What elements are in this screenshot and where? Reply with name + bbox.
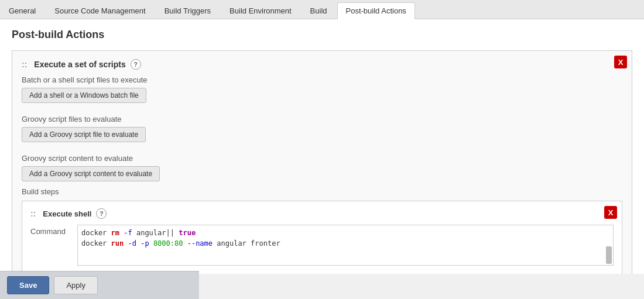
execute-scripts-card: X :: Execute a set of scripts ? Batch or…	[12, 50, 632, 274]
cmd-space6	[183, 239, 187, 248]
tab-build-triggers[interactable]: Build Triggers	[156, 2, 220, 19]
groovy-content-label: Groovy script content to evaluate	[22, 154, 622, 163]
execute-shell-help-icon[interactable]: ?	[96, 208, 107, 219]
cmd-keyword-run: run	[111, 239, 124, 248]
cmd-word-docker2: docker	[81, 239, 111, 248]
tab-build-environment[interactable]: Build Environment	[221, 2, 300, 19]
tab-general[interactable]: General	[0, 2, 44, 19]
command-label: Command	[30, 225, 71, 236]
cmd-pipe: ||	[166, 229, 179, 237]
cmd-flag-f: -f	[124, 229, 132, 237]
execute-shell-close-button[interactable]: X	[604, 206, 617, 219]
scroll-indicator	[606, 246, 612, 264]
cmd-flag-name: --name	[187, 239, 213, 248]
groovy-files-label: Groovy script files to evaluate	[22, 115, 622, 123]
execute-scripts-help-icon[interactable]: ?	[131, 59, 141, 70]
add-groovy-content-button[interactable]: Add a Groovy script content to evaluate	[22, 166, 160, 181]
cmd-port: 8000:80	[153, 239, 183, 248]
execute-shell-card: X :: Execute shell ? Command docker rm -…	[22, 201, 622, 274]
cmd-space3	[124, 239, 128, 248]
drag-handle-icon: ::	[22, 60, 27, 69]
build-steps-label: Build steps	[22, 187, 622, 196]
command-line-1: docker rm -f angular|| true	[81, 228, 609, 238]
execute-scripts-close-button[interactable]: X	[614, 56, 627, 68]
command-textarea[interactable]: docker rm -f angular|| true docker run -…	[77, 225, 614, 266]
execute-shell-title: :: Execute shell ?	[30, 208, 614, 219]
tab-bar: General Source Code Management Build Tri…	[0, 0, 644, 19]
command-row: Command docker rm -f angular|| true dock…	[30, 225, 614, 266]
execute-shell-drag-handle: ::	[30, 209, 36, 218]
tab-build[interactable]: Build	[302, 2, 336, 19]
cmd-space5	[149, 239, 153, 248]
batch-label: Batch or a shell script files to execute	[22, 75, 622, 84]
cmd-true: true	[179, 229, 196, 237]
add-groovy-file-button[interactable]: Add a Groovy script file to evaluate	[22, 127, 146, 142]
main-content: Post-build Actions X :: Execute a set of…	[0, 19, 644, 274]
page-title: Post-build Actions	[12, 29, 632, 41]
command-line-2: docker run -d -p 8000:80 --name angular …	[81, 238, 609, 249]
execute-scripts-title-text: Execute a set of scripts	[34, 60, 125, 69]
execute-shell-title-text: Execute shell	[43, 209, 91, 218]
cmd-word-docker1: docker	[81, 229, 111, 237]
execute-scripts-title: :: Execute a set of scripts ?	[22, 59, 622, 70]
add-shell-button[interactable]: Add a shell or a Windows batch file	[22, 88, 146, 103]
cmd-keyword-rm: rm	[111, 229, 119, 237]
cmd-space7: angular fronter	[213, 239, 280, 248]
cmd-flag-p: -p	[141, 239, 149, 248]
cmd-flag-d: -d	[128, 239, 136, 248]
action-bar: Save Apply	[0, 271, 199, 299]
tab-source-code-management[interactable]: Source Code Management	[46, 2, 154, 19]
apply-button[interactable]: Apply	[54, 276, 98, 294]
tab-post-build-actions[interactable]: Post-build Actions	[337, 2, 415, 19]
save-button[interactable]: Save	[7, 276, 49, 294]
cmd-space2: angular	[132, 229, 166, 237]
